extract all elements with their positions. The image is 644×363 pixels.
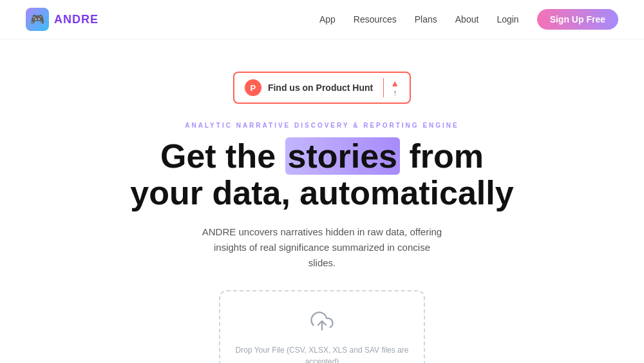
- nav-resources-link[interactable]: Resources: [354, 14, 397, 25]
- logo-icon: 🎮: [26, 8, 49, 31]
- logo-emoji: 🎮: [30, 12, 44, 26]
- product-hunt-badge[interactable]: P Find us on Product Hunt ▲ ↑: [233, 72, 411, 104]
- upload-instructions: Drop Your File (CSV, XLSX, XLS and SAV f…: [233, 344, 411, 363]
- tagline: Analytic Narrative Discovery & Reporting…: [185, 122, 459, 129]
- title-part1: Get the: [160, 137, 285, 175]
- title-highlight: stories: [285, 137, 401, 175]
- upvote-count: ↑: [393, 88, 397, 97]
- nav-links: App Resources Plans About Login Sign Up …: [319, 9, 618, 30]
- nav-plans-link[interactable]: Plans: [415, 14, 437, 25]
- upload-dropzone[interactable]: Drop Your File (CSV, XLSX, XLS and SAV f…: [219, 290, 425, 363]
- navbar: 🎮 ANDRE App Resources Plans About Login …: [0, 0, 644, 39]
- nav-login-link[interactable]: Login: [497, 14, 518, 25]
- hero-subtitle: ANDRE uncovers narratives hidden in raw …: [200, 224, 444, 271]
- title-part2: from: [400, 137, 484, 175]
- upload-icon: [310, 309, 334, 338]
- ph-upvote[interactable]: ▲ ↑: [383, 78, 399, 97]
- upvote-arrow-icon: ▲: [390, 78, 399, 88]
- hero-title: Get the stories from your data, automati…: [130, 138, 513, 211]
- ph-text: Find us on Product Hunt: [268, 83, 373, 93]
- hero-section: P Find us on Product Hunt ▲ ↑ Analytic N…: [0, 39, 644, 363]
- signup-button[interactable]: Sign Up Free: [537, 9, 618, 30]
- nav-about-link[interactable]: About: [455, 14, 479, 25]
- title-line2: your data, automatically: [130, 174, 513, 211]
- logo[interactable]: 🎮 ANDRE: [26, 8, 99, 31]
- ph-icon: P: [245, 79, 261, 96]
- nav-app-link[interactable]: App: [319, 14, 336, 25]
- logo-text: ANDRE: [54, 13, 99, 26]
